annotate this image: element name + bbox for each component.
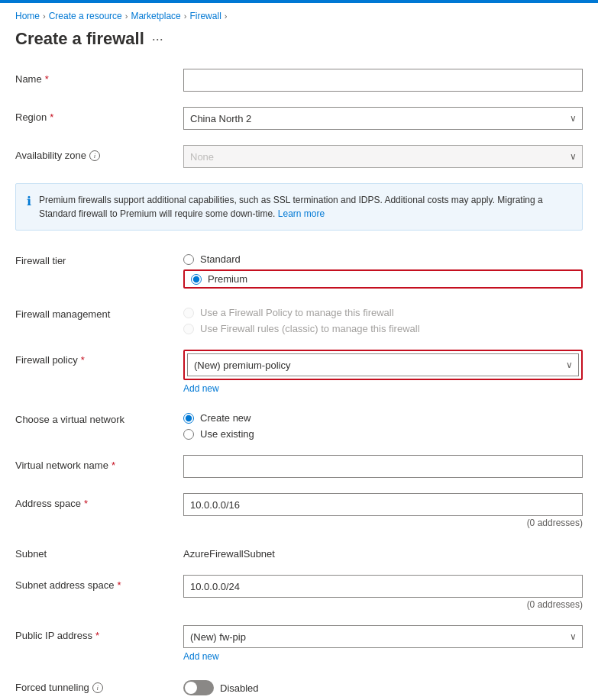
firewall-tier-premium-highlight: Premium [183, 269, 583, 289]
firewall-policy-highlight-box: (New) premium-policy ∨ [183, 350, 583, 380]
subnet-label: Subnet [15, 544, 183, 560]
public-ip-select[interactable]: (New) fw-pip [183, 625, 583, 648]
address-space-input[interactable] [183, 493, 583, 516]
availability-zone-control: None ∨ [183, 145, 583, 168]
page-title: Create a firewall [15, 29, 144, 49]
firewall-tier-standard-option[interactable]: Standard [183, 253, 583, 265]
virtual-network-radio-group: Create new Use existing [183, 409, 583, 440]
vnet-name-row: Virtual network name * [15, 447, 583, 485]
breadcrumb-sep-3: › [184, 11, 187, 21]
address-space-control: (0 addresses) [183, 493, 583, 528]
firewall-policy-control: (New) premium-policy ∨ Add new [183, 350, 583, 394]
virtual-network-existing-option[interactable]: Use existing [183, 428, 583, 440]
firewall-management-control: Use a Firewall Policy to manage this fir… [183, 304, 583, 334]
breadcrumb-firewall[interactable]: Firewall [189, 11, 221, 21]
subnet-control: AzureFirewallSubnet [183, 544, 583, 560]
forced-tunneling-info-icon[interactable]: i [92, 682, 103, 693]
page-header: Create a firewall ··· [0, 26, 598, 61]
breadcrumb-sep-4: › [225, 11, 228, 21]
vnet-name-required: * [112, 460, 115, 471]
availability-zone-row: Availability zone i None ∨ [15, 137, 583, 176]
virtual-network-existing-label: Use existing [200, 428, 254, 440]
firewall-management-policy-label: Use a Firewall Policy to manage this fir… [200, 307, 394, 318]
forced-tunneling-row: Forced tunneling i Disabled [15, 669, 583, 700]
subnet-address-row: Subnet address space * (0 addresses) [15, 567, 583, 618]
firewall-tier-standard-label: Standard [200, 253, 241, 265]
learn-more-link[interactable]: Learn more [278, 208, 325, 219]
address-space-required: * [84, 498, 88, 509]
address-space-row: Address space * (0 addresses) [15, 485, 583, 536]
more-options-icon[interactable]: ··· [152, 31, 163, 47]
toggle-slider [183, 680, 214, 695]
breadcrumb: Home › Create a resource › Marketplace ›… [0, 3, 598, 26]
name-input[interactable] [183, 69, 583, 92]
virtual-network-create-label: Create new [200, 412, 251, 424]
firewall-management-label: Firewall management [15, 304, 183, 320]
public-ip-required: * [95, 630, 99, 641]
subnet-value: AzureFirewallSubnet [183, 544, 583, 560]
forced-tunneling-control: Disabled [183, 677, 583, 695]
firewall-tier-premium-label: Premium [208, 273, 247, 285]
firewall-policy-label: Firewall policy * [15, 350, 183, 366]
premium-info-banner: ℹ Premium firewalls support additional c… [15, 183, 583, 231]
address-space-label: Address space * [15, 493, 183, 509]
region-select-wrapper: China North 2 China East China North Chi… [183, 107, 583, 130]
availability-zone-label: Availability zone i [15, 145, 183, 161]
virtual-network-label: Choose a virtual network [15, 409, 183, 425]
info-banner-icon: ℹ [27, 194, 31, 221]
firewall-tier-control: Standard Premium [183, 250, 583, 289]
firewall-management-policy-option: Use a Firewall Policy to manage this fir… [183, 307, 583, 318]
region-control: China North 2 China East China North Chi… [183, 107, 583, 130]
availability-zone-select-wrapper: None ∨ [183, 145, 583, 168]
public-ip-add-new-link[interactable]: Add new [183, 651, 219, 662]
firewall-policy-select[interactable]: (New) premium-policy [187, 353, 579, 376]
region-required: * [50, 111, 53, 123]
region-row: Region * China North 2 China East China … [15, 99, 583, 137]
firewall-management-classic-option: Use Firewall rules (classic) to manage t… [183, 323, 583, 334]
firewall-policy-required: * [81, 354, 85, 366]
firewall-policy-select-wrapper: (New) premium-policy ∨ [187, 353, 579, 376]
virtual-network-create-radio[interactable] [183, 413, 194, 424]
virtual-network-control: Create new Use existing [183, 409, 583, 440]
firewall-management-classic-radio [183, 324, 194, 334]
name-control [183, 69, 583, 92]
subnet-row: Subnet AzureFirewallSubnet [15, 536, 583, 567]
name-required: * [45, 73, 49, 85]
forced-tunneling-value: Disabled [220, 682, 259, 694]
firewall-tier-standard-radio[interactable] [183, 254, 194, 265]
subnet-address-control: (0 addresses) [183, 575, 583, 610]
firewall-management-radio-group: Use a Firewall Policy to manage this fir… [183, 304, 583, 334]
name-row: Name * [15, 61, 583, 99]
subnet-address-input[interactable] [183, 575, 583, 598]
region-select[interactable]: China North 2 China East China North Chi… [183, 107, 583, 130]
firewall-management-policy-radio [183, 308, 194, 318]
vnet-name-input[interactable] [183, 455, 583, 478]
firewall-tier-premium-option[interactable]: Premium [191, 273, 575, 285]
forced-tunneling-toggle-wrapper: Disabled [183, 677, 583, 695]
region-label: Region * [15, 107, 183, 123]
subnet-address-required: * [117, 579, 121, 591]
address-space-note: (0 addresses) [183, 518, 583, 528]
breadcrumb-marketplace[interactable]: Marketplace [131, 11, 180, 21]
virtual-network-create-option[interactable]: Create new [183, 412, 583, 424]
subnet-address-note: (0 addresses) [183, 599, 583, 610]
virtual-network-row: Choose a virtual network Create new Use … [15, 402, 583, 447]
firewall-management-row: Firewall management Use a Firewall Polic… [15, 296, 583, 342]
forced-tunneling-toggle[interactable] [183, 680, 214, 695]
public-ip-select-wrapper: (New) fw-pip ∨ [183, 625, 583, 648]
virtual-network-existing-radio[interactable] [183, 429, 194, 440]
vnet-name-label: Virtual network name * [15, 455, 183, 471]
breadcrumb-sep-1: › [43, 11, 46, 21]
form-area: Name * Region * China North 2 China East… [0, 61, 598, 700]
breadcrumb-sep-2: › [125, 11, 128, 21]
info-banner-text: Premium firewalls support additional cap… [39, 193, 571, 221]
firewall-tier-radio-group: Standard Premium [183, 250, 583, 289]
public-ip-row: Public IP address * (New) fw-pip ∨ Add n… [15, 618, 583, 669]
breadcrumb-create-resource[interactable]: Create a resource [49, 11, 122, 21]
availability-zone-info-icon[interactable]: i [89, 150, 100, 161]
firewall-policy-add-new-link[interactable]: Add new [183, 383, 219, 394]
forced-tunneling-label: Forced tunneling i [15, 677, 183, 693]
name-label: Name * [15, 69, 183, 85]
breadcrumb-home[interactable]: Home [15, 11, 40, 21]
firewall-tier-premium-radio[interactable] [191, 274, 202, 285]
